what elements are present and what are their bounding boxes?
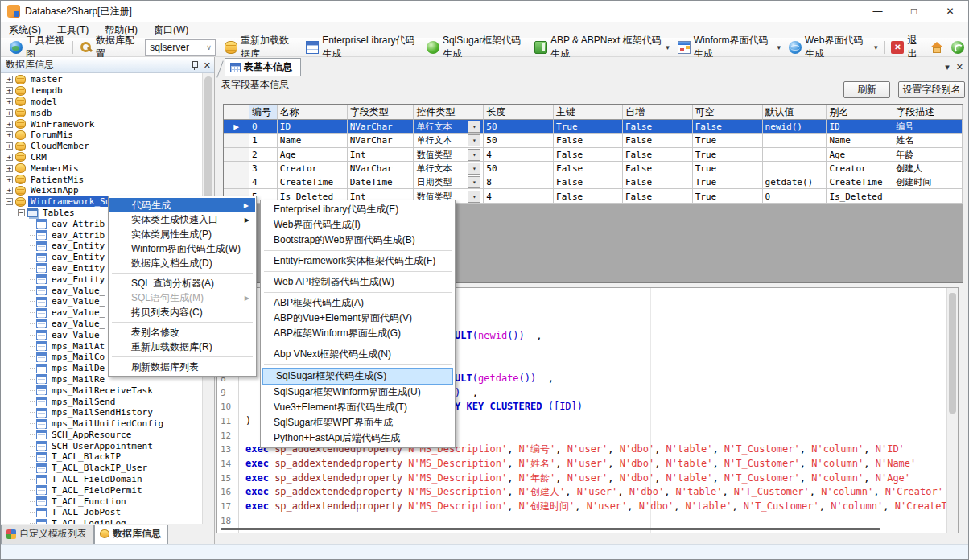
table-row[interactable]: 1NameNVarChar单行文本▾50FalseFalseTrueName姓名 xyxy=(224,134,963,147)
tree-item-WeixinApp[interactable]: +WeixinApp xyxy=(1,185,203,196)
grid-header-cell[interactable]: 默认值 xyxy=(763,105,827,120)
grid-cell[interactable]: 0 xyxy=(763,189,827,203)
grid-cell[interactable]: getdate() xyxy=(763,175,827,189)
grid-cell[interactable]: 8 xyxy=(484,175,554,189)
grid-cell[interactable]: 0 xyxy=(249,120,278,134)
tree-item-MemberMis[interactable]: +MemberMis xyxy=(1,163,203,174)
grid-corner-cell[interactable] xyxy=(224,105,249,120)
submenu-item-SqlSugar框架WPF界面生成[interactable]: SqlSugar框架WPF界面生成 xyxy=(261,415,455,430)
grid-cell[interactable]: True xyxy=(693,134,763,147)
grid-cell[interactable]: False xyxy=(554,175,623,189)
grid-cell[interactable]: False xyxy=(554,134,623,147)
cell-dropdown-button[interactable]: ▾ xyxy=(468,163,480,175)
code-line[interactable]: 16exec sp_addextendedproperty N'MS_Descr… xyxy=(217,485,958,500)
grid-cell[interactable]: Name xyxy=(278,134,348,147)
grid-header-cell[interactable]: 字段描述 xyxy=(893,105,963,120)
grid-header-cell[interactable]: 自增 xyxy=(623,105,693,120)
grid-cell[interactable]: True xyxy=(693,175,763,189)
grid-cell[interactable]: Int xyxy=(348,148,414,162)
tab-table-basic-info[interactable]: 表基本信息 xyxy=(225,58,301,76)
submenu-item-PythonFastApi后端代码生成[interactable]: Python+FastApi后端代码生成 xyxy=(261,430,455,446)
expand-icon[interactable]: + xyxy=(6,109,13,117)
submenu-item-EntityFramework实体框架代码生成F[interactable]: EntityFramework实体框架代码生成(F) xyxy=(261,253,455,269)
grid-header-cell[interactable]: 编号 xyxy=(249,105,278,120)
grid-cell[interactable]: NVarChar xyxy=(348,134,414,147)
expand-icon[interactable]: + xyxy=(6,87,13,94)
grid-header-cell[interactable]: 可空 xyxy=(693,105,763,120)
expand-icon[interactable]: + xyxy=(6,121,13,128)
grid-cell[interactable]: 创建人 xyxy=(893,162,963,175)
menu-item-重新加载数据库R[interactable]: 重新加载数据库(R) xyxy=(109,340,256,354)
tree-item-T_ACL_BlackIP_User[interactable]: T_ACL_BlackIP_User xyxy=(1,463,203,474)
minimize-button[interactable]: — xyxy=(860,1,896,22)
grid-header-cell[interactable]: 别名 xyxy=(827,105,893,120)
grid-cell[interactable]: 单行文本▾ xyxy=(414,120,484,134)
expand-icon[interactable]: + xyxy=(6,154,13,161)
tree-item-ForumMis[interactable]: +ForumMis xyxy=(1,130,203,141)
grid-cell[interactable]: 4 xyxy=(484,148,554,162)
grid-cell[interactable]: True xyxy=(554,120,623,134)
cell-dropdown-button[interactable]: ▾ xyxy=(468,191,480,203)
code-line[interactable]: 14exec sp_addextendedproperty N'MS_Descr… xyxy=(217,457,958,471)
grid-cell[interactable]: ID xyxy=(827,120,893,134)
grid-cell[interactable]: 2 xyxy=(249,148,278,162)
tree-item-mps_MailSendHistory[interactable]: mps_MailSendHistory xyxy=(1,407,203,418)
grid-cell[interactable]: Creator xyxy=(278,162,348,175)
tree-item-model[interactable]: +model xyxy=(1,97,203,108)
submenu-item-AbpVNext框架代码生成N[interactable]: Abp VNext框架代码生成(N) xyxy=(261,347,455,362)
grid-cell[interactable]: 数值类型▾ xyxy=(414,148,484,162)
grid-header-cell[interactable]: 名称 xyxy=(278,105,348,120)
grid-cell[interactable]: False xyxy=(554,189,623,203)
tree-item-WinFramework[interactable]: +WinFramework xyxy=(1,118,203,130)
tree-item-mps_MailReceiveTask[interactable]: mps_MailReceiveTask xyxy=(1,385,203,396)
grid-cell[interactable]: 1 xyxy=(249,134,278,147)
cell-dropdown-button[interactable]: ▾ xyxy=(468,149,480,161)
code-line[interactable]: 15exec sp_addextendedproperty N'MS_Descr… xyxy=(217,471,958,486)
set-field-alias-button[interactable]: 设置字段别名 xyxy=(898,81,965,98)
submenu-item-Vue3Element界面代码生成T[interactable]: Vue3+Element界面代码生成(T) xyxy=(261,400,455,415)
code-line[interactable]: 18 xyxy=(217,514,958,529)
table-row[interactable]: 4CreateTimeDateTime日期类型▾8FalseFalseTrueg… xyxy=(224,175,963,189)
grid-cell[interactable]: NVarChar xyxy=(348,162,414,175)
menu-item-实体类属性生成P[interactable]: 实体类属性生成(P) xyxy=(109,227,256,241)
tree-item-SCH_AppResource[interactable]: SCH_AppResource xyxy=(1,430,203,441)
grid-cell[interactable]: True xyxy=(693,189,763,203)
editor-vertical-scrollbar[interactable] xyxy=(946,288,958,533)
expand-icon[interactable]: + xyxy=(6,98,13,105)
menu-item-代码生成[interactable]: 代码生成▶ xyxy=(109,198,255,212)
grid-header-cell[interactable]: 字段类型 xyxy=(348,105,414,120)
code-line[interactable]: 17exec sp_addextendedproperty N'MS_Descr… xyxy=(217,500,958,514)
grid-cell[interactable]: False xyxy=(554,162,623,175)
tree-item-SCH_UserAppointment[interactable]: SCH_UserAppointment xyxy=(1,440,203,451)
grid-cell[interactable]: 年龄 xyxy=(893,148,963,162)
editor-scroll-thumb[interactable] xyxy=(949,293,956,414)
grid-cell[interactable]: 4 xyxy=(249,175,278,189)
grid-cell[interactable]: CreateTime xyxy=(827,175,893,189)
tree-item-T_ACL_FieldPermit[interactable]: T_ACL_FieldPermit xyxy=(1,484,203,496)
grid-cell[interactable]: False xyxy=(623,189,693,203)
grid-cell[interactable]: newid() xyxy=(763,120,827,134)
grid-cell[interactable]: 姓名 xyxy=(893,134,963,147)
tree-item-T_ACL_Function[interactable]: T_ACL_Function xyxy=(1,496,203,507)
grid-cell[interactable]: True xyxy=(693,162,763,175)
grid-cell[interactable]: DateTime xyxy=(348,175,414,189)
submenu-item-ABP的VueElement界面代码V[interactable]: ABP的Vue+Element界面代码(V) xyxy=(261,311,455,326)
grid-cell[interactable]: 编号 xyxy=(893,120,963,134)
row-selector-cell[interactable]: ▶ xyxy=(224,120,249,134)
row-selector-cell[interactable] xyxy=(224,148,249,162)
submenu-item-SqlSugar框架Winform界面生成U[interactable]: SqlSugar框架Winform界面生成(U) xyxy=(261,385,455,400)
grid-cell[interactable]: NVarChar xyxy=(348,120,414,134)
bottom-tab-template-list[interactable]: 自定义模板列表 xyxy=(1,525,94,545)
grid-cell[interactable]: Age xyxy=(278,148,348,162)
editor-horizontal-scrollbar[interactable] xyxy=(221,528,880,530)
submenu-item-Web界面代码生成I[interactable]: Web界面代码生成(I) xyxy=(261,217,455,233)
grid-cell[interactable]: True xyxy=(693,148,763,162)
pin-icon[interactable] xyxy=(191,60,199,70)
tree-item-master[interactable]: +master xyxy=(1,74,203,85)
grid-cell[interactable]: False xyxy=(623,148,693,162)
db-type-combo[interactable]: sqlserver∨ xyxy=(145,39,216,56)
grid-cell[interactable]: 50 xyxy=(484,134,554,147)
table-row[interactable]: 2AgeInt数值类型▾4FalseFalseTrueAge年龄 xyxy=(224,148,963,162)
menu-item-刷新数据库列表[interactable]: 刷新数据库列表 xyxy=(109,360,256,374)
submenu-item-ABP框架Winform界面生成G[interactable]: ABP框架Winform界面生成(G) xyxy=(261,326,455,341)
